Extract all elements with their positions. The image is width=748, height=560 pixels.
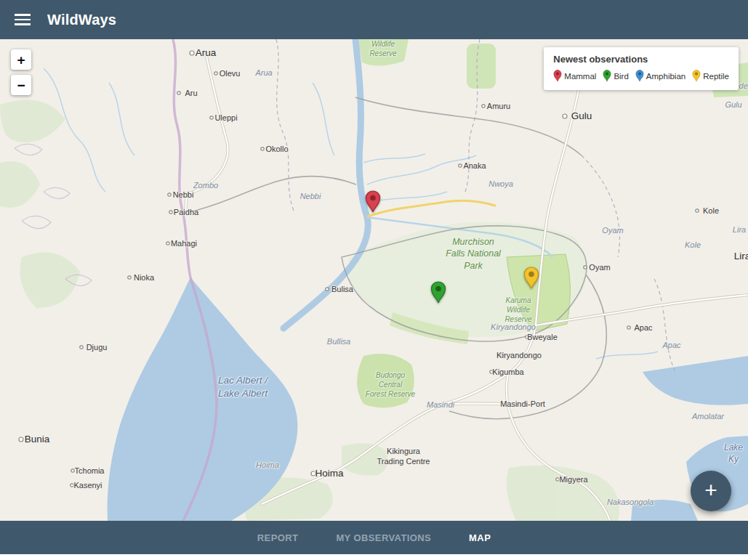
- legend-item-label: Amphibian: [646, 72, 685, 81]
- menu-button[interactable]: [12, 15, 33, 25]
- bottom-nav: REPORTMY OBSERVATIONSMAP: [0, 521, 748, 554]
- legend-title: Newest observations: [553, 54, 729, 65]
- hamburger-icon: [15, 19, 31, 21]
- zoom-controls: + −: [11, 49, 31, 95]
- budongo-forest-area: [357, 354, 414, 408]
- map-marker-reptile[interactable]: [523, 267, 539, 291]
- bottom-gap: [0, 554, 748, 560]
- tab-my-observations[interactable]: MY OBSERVATIONS: [329, 528, 438, 548]
- legend-item-label: Bird: [614, 72, 628, 81]
- legend-item-reptile: Reptile: [692, 70, 729, 83]
- legend-item-mammal: Mammal: [553, 70, 596, 83]
- map-container[interactable]: Wildlife ReserveAruaOlevuAruaAruPadeUlep…: [0, 39, 748, 521]
- tab-map[interactable]: MAP: [462, 528, 498, 548]
- tab-report[interactable]: REPORT: [250, 528, 306, 548]
- legend-card: Newest observations MammalBirdAmphibianR…: [544, 47, 739, 90]
- mammal-pin-icon: [553, 70, 562, 83]
- reptile-pin-icon: [692, 70, 701, 83]
- zoom-out-button[interactable]: −: [11, 75, 31, 95]
- legend-item-bird: Bird: [603, 70, 628, 83]
- add-observation-fab[interactable]: +: [691, 471, 731, 511]
- app-window: WildWays: [0, 0, 748, 560]
- zoom-in-button[interactable]: +: [11, 49, 31, 70]
- bird-pin-icon: [603, 70, 611, 83]
- map-marker-bird[interactable]: [430, 281, 446, 306]
- map-canvas: [0, 39, 748, 521]
- legend-item-label: Reptile: [703, 72, 729, 81]
- app-title: WildWays: [47, 12, 116, 28]
- app-bar: WildWays: [0, 0, 748, 39]
- amphibian-pin-icon: [635, 70, 644, 83]
- map-marker-mammal[interactable]: [365, 190, 381, 215]
- legend-item-label: Mammal: [564, 72, 596, 81]
- plus-icon: +: [704, 479, 717, 501]
- legend-items: MammalBirdAmphibianReptile: [553, 70, 729, 83]
- legend-item-amphibian: Amphibian: [635, 70, 685, 83]
